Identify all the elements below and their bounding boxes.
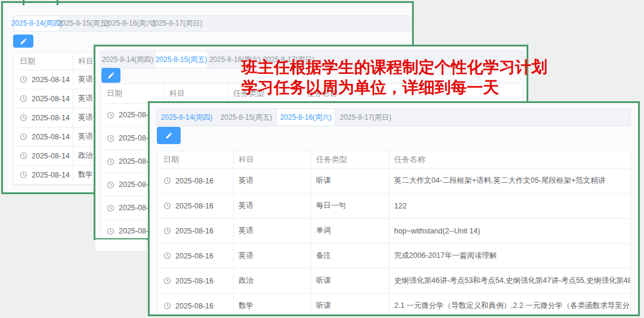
tab-2025-8-16(周六)[interactable]: 2025-8-16(周六) [276, 109, 336, 126]
clock-icon [163, 202, 171, 210]
pencil-icon [165, 132, 173, 139]
clock-icon [20, 114, 27, 121]
table-row: 2025-08-16英语每日一句122 [157, 194, 630, 219]
table-row: 2025-08-16数学听课2.1 一元微分学（导数定义和典例）,2.2 一元微… [157, 294, 630, 316]
panel-overflow [95, 239, 147, 251]
tab-2025-8-15(周五)[interactable]: 2025-8-15(周五) [60, 16, 107, 31]
date-tab-bar: 2025-8-14(周四)2025-8-15(周五)2025-8-16(周六)2… [13, 15, 411, 32]
date-text: 2025-08-16 [175, 227, 213, 235]
edit-button[interactable] [13, 35, 33, 48]
date-cell: 2025-08-16 [157, 169, 234, 193]
cell-type: 每日一句 [311, 194, 389, 218]
clock-icon [107, 135, 114, 142]
task-table: 日期科目任务类型任务名称 2025-08-16英语听课英二大作文04-二段框架+… [157, 151, 631, 316]
cell-type: 备注 [311, 244, 389, 268]
cell-name: 完成2006-2017年一篇阅读理解 [389, 244, 630, 268]
date-text: 2025-08-14 [32, 76, 70, 84]
schedule-panel-saturday: 2025-8-14(周四)2025-8-15(周五)2025-8-16(周六)2… [148, 101, 640, 316]
tab-2025-8-16(周六)[interactable]: 2025-8-16(周六) [107, 16, 153, 31]
tab-2025-8-15(周五)[interactable]: 2025-8-15(周五) [216, 109, 276, 126]
cell-subject: 英语 [234, 219, 311, 243]
column-header: 科目 [165, 84, 228, 103]
tab-2025-8-17(周日)[interactable]: 2025-8-17(周日) [336, 109, 395, 126]
cell-subject: 英语 [234, 194, 311, 218]
cell-subject: 英语 [234, 169, 311, 193]
date-cell: 2025-08-14 [14, 127, 73, 146]
date-cell: 2025-08-14 [14, 146, 73, 165]
cell-name: 122 [389, 194, 630, 218]
cell-type: 单词 [311, 219, 389, 243]
table-row: 2025-08-16英语单词hop~withstand(2--Unit 14) [157, 219, 630, 244]
date-cell: 2025-08-14 [14, 89, 73, 108]
table-header: 日期科目任务类型任务名称 [157, 151, 630, 169]
date-cell: 2025-08-16 [157, 194, 234, 218]
date-cell: 2025-08-16 [157, 244, 234, 268]
edit-button[interactable] [101, 68, 120, 83]
red-annotation: 班主任根据学生的课程制定个性化学习计划 学习任务以周为单位，详细到每一天 [242, 57, 547, 98]
date-text: 2025-08-14 [32, 114, 70, 122]
cell-name: 英二大作文04-二段框架+语料,英二大作文05-尾段框架+范文精讲 [389, 169, 630, 193]
date-cell: 2025-08-14 [14, 108, 73, 127]
cell-name: 2.1 一元微分学（导数定义和典例）,2.2 一元微分学（各类函数求导至分段函数… [389, 294, 630, 316]
stage: 2025-8-14(周四)2025-8-15(周五)2025-8-16(周六)2… [0, 0, 644, 318]
cell-type: 听课 [311, 269, 389, 293]
cell-type: 听课 [311, 294, 389, 316]
annotation-line-2: 学习任务以周为单位，详细到每一天 [242, 77, 547, 98]
clock-icon [107, 158, 114, 166]
date-cell: 2025-08-16 [157, 219, 234, 243]
date-text: 2025-08-14 [32, 171, 70, 179]
cell-subject: 数学 [234, 294, 311, 316]
clock-icon [107, 227, 114, 235]
column-header: 任务名称 [389, 151, 630, 168]
date-text: 2025-08-14 [32, 95, 70, 103]
tab-2025-8-14(周四)[interactable]: 2025-8-14(周四) [157, 109, 216, 126]
date-cell: 2025-08-14 [14, 70, 73, 89]
column-header: 日期 [14, 53, 73, 70]
clock-icon [20, 95, 27, 102]
cropped-annotation-box [23, 0, 58, 5]
table-row: 2025-08-16英语听课英二大作文04-二段框架+语料,英二大作文05-尾段… [157, 169, 630, 194]
date-text: 2025-08-16 [175, 302, 213, 310]
cell-name: hop~withstand(2--Unit 14) [389, 219, 630, 243]
date-text: 2025-08-16 [175, 277, 213, 285]
tab-2025-8-17(周日)[interactable]: 2025-8-17(周日) [153, 16, 200, 31]
cell-name: 史纲强化第46讲-考点53和考点54,史纲强化第47讲-考点55,史纲强化第48… [389, 269, 630, 293]
column-header: 科目 [234, 151, 311, 168]
pencil-icon [107, 71, 115, 79]
clock-icon [163, 177, 171, 185]
clock-icon [20, 152, 27, 160]
clock-icon [20, 171, 27, 179]
clock-icon [107, 181, 114, 189]
tab-2025-8-14(周四)[interactable]: 2025-8-14(周四) [14, 16, 60, 31]
clock-icon [107, 204, 114, 212]
table-body: 2025-08-16英语听课英二大作文04-二段框架+语料,英二大作文05-尾段… [157, 169, 630, 316]
clock-icon [107, 111, 114, 119]
date-text: 2025-08-14 [32, 133, 70, 141]
date-text: 2025-08-16 [175, 177, 213, 185]
clock-icon [163, 302, 171, 310]
annotation-line-1: 班主任根据学生的课程制定个性化学习计划 [242, 57, 547, 77]
cell-subject: 英语 [234, 244, 311, 268]
column-header: 任务类型 [311, 151, 389, 168]
tab-2025-8-15(周五)[interactable]: 2025-8-15(周五) [154, 51, 208, 68]
date-tab-bar: 2025-8-14(周四)2025-8-15(周五)2025-8-16(周六)2… [156, 108, 631, 126]
table-row: 2025-08-16政治听课史纲强化第46讲-考点53和考点54,史纲强化第47… [157, 269, 630, 294]
date-cell: 2025-08-16 [157, 269, 234, 293]
tab-2025-8-14(周四)[interactable]: 2025-8-14(周四) [101, 51, 154, 68]
date-text: 2025-08-16 [175, 202, 213, 210]
pencil-icon [20, 38, 27, 45]
clock-icon [20, 133, 27, 141]
date-text: 2025-08-14 [32, 152, 70, 160]
clock-icon [163, 227, 171, 235]
date-cell: 2025-08-16 [157, 294, 234, 316]
clock-icon [163, 252, 171, 260]
date-text: 2025-08-16 [175, 252, 213, 260]
column-header: 日期 [157, 151, 234, 168]
clock-icon [20, 76, 27, 83]
edit-button[interactable] [157, 127, 181, 144]
table-row: 2025-08-16英语备注完成2006-2017年一篇阅读理解 [157, 244, 630, 269]
column-header: 日期 [101, 84, 165, 103]
clock-icon [163, 277, 171, 285]
cell-type: 听课 [311, 169, 389, 193]
date-cell: 2025-08-14 [14, 166, 73, 184]
